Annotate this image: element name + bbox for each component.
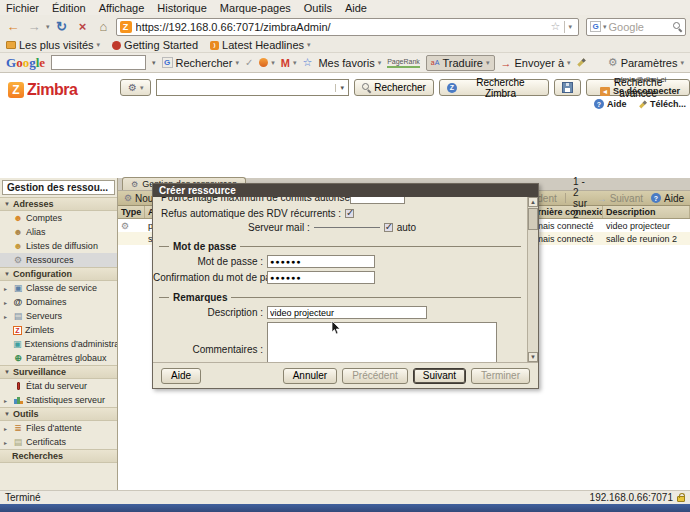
expand-arrow-icon[interactable]: ▸ <box>4 439 10 446</box>
auto-decline-checkbox[interactable] <box>345 209 354 218</box>
home-icon[interactable]: ⌂ <box>95 18 113 36</box>
save-search-button[interactable] <box>554 79 581 96</box>
sidebar-item-serveurs[interactable]: ▸ ▤ Serveurs <box>0 309 117 323</box>
download-link[interactable]: Téléch... <box>639 99 686 109</box>
logout-link[interactable]: ◄ Se déconnecter <box>592 86 688 96</box>
menu-affichage[interactable]: Affichage <box>99 2 145 14</box>
sidebar-item-comptes[interactable]: ☻ Comptes <box>0 211 117 225</box>
sidebar-section-recherches[interactable]: Recherches <box>0 449 117 463</box>
sidebar-item-domaines[interactable]: ▸ @ Domaines <box>0 295 117 309</box>
firefox-button[interactable]: ▾ <box>259 58 275 67</box>
zimbra-search-input[interactable] <box>157 81 335 94</box>
dialog-precedent-button[interactable]: Précédent <box>342 368 408 384</box>
stop-icon[interactable]: × <box>74 18 92 36</box>
ssl-lock-icon[interactable] <box>677 496 685 502</box>
sidebar-item-parametres-globaux[interactable]: ⊕ Paramètres globaux <box>0 351 117 365</box>
dialog-scrollbar[interactable]: ▲ ▼ <box>527 197 538 362</box>
dialog-aide-button[interactable]: Aide <box>161 368 201 384</box>
reload-icon[interactable]: ↻ <box>53 18 71 36</box>
search-history-dropdown-icon[interactable]: ▾ <box>335 84 348 92</box>
column-description[interactable]: Description <box>603 206 690 218</box>
sidebar-item-zimlets[interactable]: Z Zimlets <box>0 323 117 337</box>
menu-outils[interactable]: Outils <box>304 2 332 14</box>
search-engine-dropdown-icon[interactable]: ▾ <box>603 23 607 31</box>
translate-button[interactable]: aA Traduire ▾ <box>426 55 495 71</box>
settings-button[interactable]: ⚙ Paramètres ▾ <box>608 56 684 69</box>
sidebar-section-outils[interactable]: ▼ Outils <box>0 407 117 421</box>
confirm-password-input[interactable] <box>267 271 375 284</box>
google-search-input[interactable] <box>51 55 146 70</box>
dialog-suivant-button[interactable]: Suivant <box>413 368 466 384</box>
auto-server-checkbox[interactable] <box>384 223 393 232</box>
sidebar-item-files-dattente[interactable]: ▸ ≣ Files d'attente <box>0 421 117 435</box>
rechercher-button[interactable]: Rechercher <box>354 79 434 96</box>
sidebar-item-ressources[interactable]: ⚙ Ressources <box>0 253 117 267</box>
scrollbar-thumb[interactable] <box>528 208 538 230</box>
url-bar[interactable]: Z https://192.168.0.66:7071/zimbraAdmin/… <box>116 18 579 36</box>
search-magnifier-icon[interactable] <box>673 22 682 31</box>
menu-historique[interactable]: Historique <box>157 2 207 14</box>
password-label: Mot de passe : <box>153 256 267 267</box>
sidebar-item-classe-de-service[interactable]: ▸ ▣ Classe de service <box>0 281 117 295</box>
back-icon[interactable]: ← <box>4 18 22 36</box>
comments-textarea[interactable] <box>267 322 497 362</box>
extension-icon: ▣ <box>13 339 22 349</box>
expand-arrow-icon[interactable]: ▸ <box>4 397 10 404</box>
browser-search-box[interactable]: G ▾ Google <box>586 18 686 36</box>
dialog-annuler-button[interactable]: Annuler <box>283 368 337 384</box>
recherche-zimbra-button[interactable]: Z Recherche Zimbra <box>439 79 549 96</box>
send-to-button[interactable]: → Envoyer à ▾ <box>501 57 571 69</box>
google-input-dropdown-icon[interactable]: ▾ <box>152 59 156 67</box>
suivant-pager-button[interactable]: → Suivant <box>597 193 643 204</box>
sidebar-item-statistiques-serveur[interactable]: ▸ Statistiques serveur <box>0 393 117 407</box>
max-conflicts-input[interactable] <box>350 197 405 204</box>
bookmark-most-visited[interactable]: Les plus visités ▾ <box>6 39 100 51</box>
bookmark-star-icon[interactable]: ☆ <box>551 20 561 33</box>
password-input[interactable] <box>267 255 375 268</box>
menu-fichier[interactable]: Fichier <box>6 2 39 14</box>
sidebar-section-configuration[interactable]: ▼ Configuration <box>0 267 117 281</box>
description-input[interactable] <box>267 306 427 319</box>
sidebar-item-extensions[interactable]: ▣ Extensions d'administration <box>0 337 117 351</box>
search-type-button[interactable]: ⚙ ▾ <box>120 79 151 96</box>
search-engine-icon[interactable]: G <box>590 21 601 32</box>
expand-arrow-icon[interactable]: ▸ <box>4 425 10 432</box>
favorites-button[interactable]: Mes favoris ▾ <box>318 57 381 69</box>
zimbra-favicon: Z <box>120 21 132 33</box>
zimlet-icon: Z <box>13 326 22 335</box>
highlighter-icon[interactable] <box>577 58 585 66</box>
max-conflicts-label: Pourcentage maximum de conflits autorisé <box>161 197 350 203</box>
sidebar-section-adresses[interactable]: ▼ Adresses <box>0 197 117 211</box>
books-icon: ≣ <box>13 423 23 433</box>
url-dropdown-icon[interactable]: ▾ <box>564 21 575 33</box>
bookmark-getting-started[interactable]: Getting Started <box>112 39 198 51</box>
gmail-button[interactable]: M ▾ <box>281 57 297 69</box>
sidebar-item-certificats[interactable]: ▸ ▤ Certificats <box>0 435 117 449</box>
sidebar-item-alias[interactable]: ☻ Alias <box>0 225 117 239</box>
browser-search-placeholder[interactable]: Google <box>609 21 671 33</box>
bookmark-star-outline-icon[interactable]: ☆ <box>303 56 313 69</box>
scroll-up-icon[interactable]: ▲ <box>528 197 538 207</box>
expand-arrow-icon[interactable]: ▸ <box>4 285 10 292</box>
notes-section-header: Remarques <box>159 292 521 303</box>
menu-edition[interactable]: Édition <box>52 2 86 14</box>
help-link[interactable]: ? Aide <box>594 99 627 109</box>
menu-aide[interactable]: Aide <box>345 2 367 14</box>
sidebar-item-listes-de-diffusion[interactable]: ☻ Listes de diffusion <box>0 239 117 253</box>
sidebar-section-surveillance[interactable]: ▼ Surveillance <box>0 365 117 379</box>
dialog-title[interactable]: Créer ressource <box>153 184 538 197</box>
menu-marque-pages[interactable]: Marque-pages <box>220 2 291 14</box>
scroll-down-icon[interactable]: ▼ <box>528 352 538 362</box>
aide-toolbar-button[interactable]: ? Aide <box>651 193 684 204</box>
forward-icon[interactable]: → <box>25 18 43 36</box>
history-dropdown-icon[interactable]: ▾ <box>46 23 50 31</box>
expand-arrow-icon[interactable]: ▸ <box>4 299 10 306</box>
column-type[interactable]: Type <box>118 206 145 218</box>
google-search-button[interactable]: G Rechercher ▾ <box>162 57 239 69</box>
sidebar-item-etat-du-serveur[interactable]: État du serveur <box>0 379 117 393</box>
dialog-terminer-button[interactable]: Terminer <box>471 368 530 384</box>
expand-arrow-icon[interactable]: ▸ <box>4 313 10 320</box>
url-text[interactable]: https://192.168.0.66:7071/zimbraAdmin/ <box>136 21 547 33</box>
spellcheck-icon[interactable]: ✓ <box>245 57 253 68</box>
bookmark-latest-headlines[interactable]: ) Latest Headlines ▾ <box>210 39 310 51</box>
